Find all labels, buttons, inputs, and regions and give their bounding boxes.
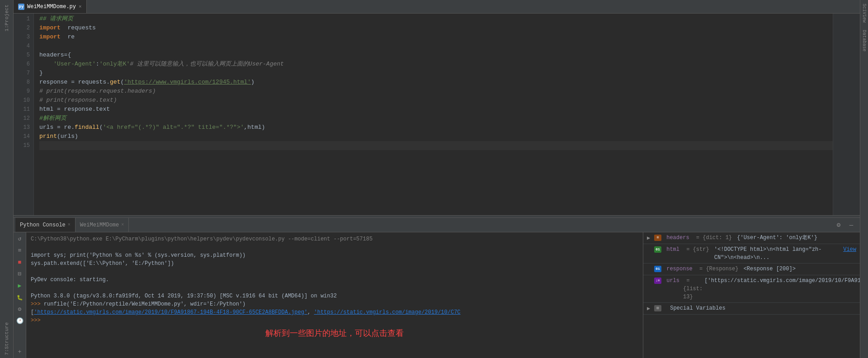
code-line-1: ## 请求网页 bbox=[39, 14, 833, 24]
headers-type-icon: ≡ bbox=[654, 235, 661, 241]
urls-type-icon: :≡ bbox=[654, 278, 661, 284]
python-file-icon: py bbox=[18, 4, 24, 10]
add-button[interactable]: + bbox=[15, 347, 24, 356]
url-link-1[interactable]: 'https://static.vmgirls.com/image/2019/1… bbox=[34, 309, 307, 316]
html-name: html bbox=[663, 245, 679, 254]
html-value: '<!DOCTYPE html>\n<html lang="zh-CN">\n<… bbox=[714, 245, 841, 262]
console-pydev-starting: PyDev console: starting. bbox=[31, 276, 638, 284]
settings-button[interactable]: ⚙ bbox=[15, 305, 24, 314]
bottom-panel: Python Console × WeiMeiMMDome × ⚙ — ↺ ≡ … bbox=[14, 218, 860, 358]
console-import-sys: import sys; print('Python %s on %s' % (s… bbox=[31, 251, 638, 259]
debug-button[interactable]: 🐛 bbox=[15, 293, 24, 302]
bottom-tabbar: Python Console × WeiMeiMMDome × ⚙ — bbox=[14, 218, 860, 232]
code-line-13: urls = re.findall('<a href="(.*?)" alt="… bbox=[39, 123, 833, 132]
var-item-response: ▶ 01 response = {Response} <Response [20… bbox=[643, 264, 860, 275]
code-line-12: #解析网页 bbox=[39, 114, 833, 123]
console-blank-2 bbox=[31, 268, 638, 276]
console-output: C:\Python38\python.exe E:\PyCharm\plugin… bbox=[26, 232, 643, 358]
code-line-15 bbox=[39, 141, 833, 150]
right-sidebar: SciView Database bbox=[860, 0, 868, 358]
headers-type: = {dict: 1} bbox=[693, 234, 736, 242]
code-line-9: # print(response.request.headers) bbox=[39, 87, 833, 96]
html-type-icon: 01 bbox=[654, 246, 661, 253]
code-line-11: html = response.text bbox=[39, 105, 833, 114]
code-line-7: } bbox=[39, 69, 833, 78]
scview-label[interactable]: SciView bbox=[862, 0, 867, 26]
headers-expand-icon[interactable]: ▶ bbox=[647, 234, 652, 242]
console-python-version: Python 3.8.0 (tags/v3.8.0:fa919fd, Oct 1… bbox=[31, 292, 638, 300]
stop-button[interactable]: ■ bbox=[15, 258, 24, 267]
response-type-icon: 01 bbox=[654, 266, 661, 272]
sort-icon[interactable]: ≡ bbox=[15, 246, 24, 255]
editor-tabbar: py WeiMeiMMDome.py × bbox=[14, 0, 860, 14]
code-line-14: print(urls) bbox=[39, 132, 833, 141]
console-final-prompt: >>> bbox=[31, 316, 638, 325]
var-item-special: ▶ ⊞ Special Variables bbox=[643, 303, 860, 315]
code-line-10: # print(response.text) bbox=[39, 96, 833, 105]
editor-tab-close[interactable]: × bbox=[79, 4, 82, 9]
var-item-urls: ▶ :≡ urls = {list: 13} ['https://static.… bbox=[643, 275, 860, 303]
var-item-html: ▶ 01 html = {str} '<!DOCTYPE html>\n<htm… bbox=[643, 244, 860, 264]
filter-icon[interactable]: ⊟ bbox=[15, 269, 24, 278]
editor-area: 12345 678910 1112131415 ## 请求网页 import r… bbox=[14, 14, 860, 215]
tab-python-console-close[interactable]: × bbox=[68, 222, 71, 227]
urls-value: ['https://static.vmgirls.com/image/2019/… bbox=[704, 277, 860, 285]
tab-weimeimmdome-label: WeiMeiMMDome bbox=[80, 222, 119, 228]
response-type: = {Response} bbox=[696, 265, 742, 273]
bottom-content: ↺ ≡ ■ ⊟ ▶ 🐛 ⚙ 🕐 + C:\Python38\python.exe… bbox=[14, 232, 860, 358]
html-expand-icon[interactable]: ▶ bbox=[647, 246, 652, 254]
response-expand-icon[interactable]: ▶ bbox=[647, 265, 652, 273]
code-line-8: response = requests.get('https://www.vmg… bbox=[39, 78, 833, 87]
html-type: = {str} bbox=[683, 245, 712, 254]
editor-tab-label: WeiMeiMMDome.py bbox=[27, 4, 76, 10]
code-line-5: headers={ bbox=[39, 51, 833, 60]
console-output-urls: ['https://static.vmgirls.com/image/2019/… bbox=[31, 308, 638, 316]
response-name: response bbox=[663, 265, 693, 273]
editor-tab-weimeimmdome[interactable]: py WeiMeiMMDome.py × bbox=[14, 0, 87, 13]
urls-name: urls bbox=[663, 277, 679, 285]
tab-weimeimmdome[interactable]: WeiMeiMMDome × bbox=[75, 218, 129, 232]
minimize-icon[interactable]: — bbox=[846, 220, 856, 230]
console-runfile: >>> runfile('E:/Python/reptile/WeiMeiMMD… bbox=[31, 300, 638, 308]
variables-panel: ▶ ≡ headers = {dict: 1} {'User-Agent': '… bbox=[643, 232, 860, 358]
console-annotation: 解析到一些图片的地址，可以点击查看 bbox=[31, 329, 638, 337]
urls-expand-icon[interactable]: ▶ bbox=[647, 277, 652, 285]
tab-python-console-label: Python Console bbox=[20, 222, 66, 228]
line-numbers: 12345 678910 1112131415 bbox=[14, 14, 34, 215]
tab-python-console[interactable]: Python Console × bbox=[15, 218, 75, 232]
history-button[interactable]: 🕐 bbox=[15, 316, 24, 325]
main-content: py WeiMeiMMDome.py × 12345 678910 111213… bbox=[14, 0, 860, 358]
console-blank-3 bbox=[31, 284, 638, 292]
resume-button[interactable]: ▶ bbox=[15, 281, 24, 290]
code-line-3: import re bbox=[39, 33, 833, 42]
var-item-headers: ▶ ≡ headers = {dict: 1} {'User-Agent': '… bbox=[643, 232, 860, 244]
mini-map bbox=[833, 14, 860, 215]
code-line-6: 'User-Agent':'only老K'# 这里可以随意输入，也可以输入网页上… bbox=[39, 60, 833, 69]
code-line-4 bbox=[39, 42, 833, 51]
special-label: Special Variables bbox=[670, 304, 856, 312]
special-name bbox=[663, 304, 666, 312]
rerun-button[interactable]: ↺ bbox=[15, 234, 24, 243]
special-expand-icon[interactable]: ▶ bbox=[647, 305, 652, 313]
special-type-icon: ⊞ bbox=[654, 305, 661, 311]
left-sidebar: 1:Project 7:Structure bbox=[0, 0, 14, 358]
bottom-toolbar-right: ⚙ — bbox=[834, 220, 860, 230]
html-view-link[interactable]: View bbox=[843, 245, 856, 254]
url-link-2[interactable]: 'https://static.vmgirls.com/image/2019/1… bbox=[314, 309, 461, 316]
code-area[interactable]: ## 请求网页 import requests import re header… bbox=[34, 14, 833, 215]
console-blank-1 bbox=[31, 243, 638, 251]
code-line-2: import requests bbox=[39, 24, 833, 33]
console-cmd-line: C:\Python38\python.exe E:\PyCharm\plugin… bbox=[31, 235, 638, 243]
database-label[interactable]: Database bbox=[862, 26, 867, 55]
console-syspath: sys.path.extend(['E:\\Python', 'E:/Pytho… bbox=[31, 259, 638, 268]
urls-type: = {list: 13} bbox=[683, 277, 703, 301]
settings-icon[interactable]: ⚙ bbox=[834, 220, 844, 230]
console-left: ↺ ≡ ■ ⊟ ▶ 🐛 ⚙ 🕐 + C:\Python38\python.exe… bbox=[14, 232, 643, 358]
console-toolbar: ↺ ≡ ■ ⊟ ▶ 🐛 ⚙ 🕐 + bbox=[14, 232, 26, 358]
tab-weimeimmdome-close[interactable]: × bbox=[121, 222, 124, 227]
sidebar-structure-label[interactable]: 7:Structure bbox=[4, 320, 9, 358]
headers-value: {'User-Agent': 'only老K'} bbox=[737, 234, 856, 242]
console-cmd-text: C:\Python38\python.exe E:\PyCharm\plugin… bbox=[31, 236, 373, 242]
response-value: <Response [200]> bbox=[744, 265, 856, 273]
sidebar-project-label[interactable]: 1:Project bbox=[4, 2, 9, 34]
